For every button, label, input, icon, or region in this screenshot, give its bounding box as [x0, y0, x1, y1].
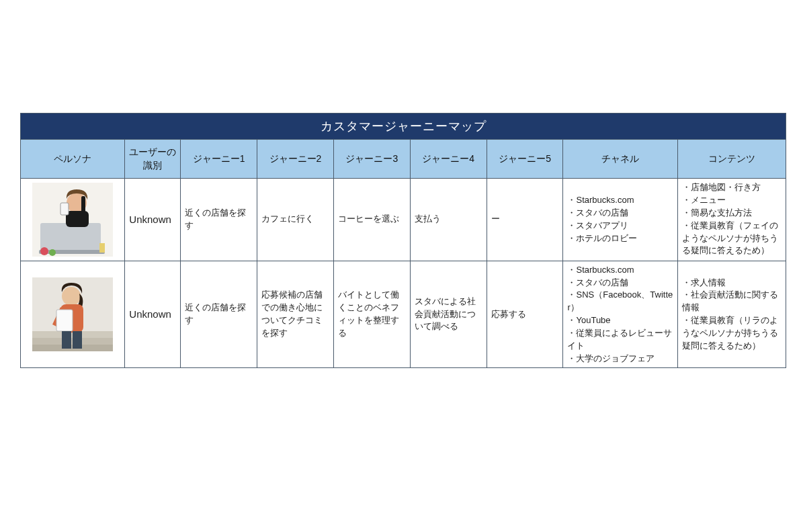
channel-cell: ・Starbucks.com ・スタバの店舗 ・スタバアプリ ・ホテルのロビー [563, 178, 678, 261]
journey4-cell: スタバによる社会貢献活動について調べる [410, 261, 487, 368]
persona-woman-phone-laptop-icon [32, 183, 113, 257]
journey5-cell: ー [487, 178, 563, 261]
svg-rect-17 [62, 331, 71, 349]
col-contents: コンテンツ [678, 140, 786, 179]
col-journey1: ジャーニー1 [181, 140, 257, 179]
persona-student-steps-icon [32, 277, 113, 351]
svg-rect-16 [56, 310, 73, 331]
col-persona: ペルソナ [21, 140, 125, 179]
svg-rect-6 [60, 203, 69, 215]
contents-cell: ・求人情報 ・社会貢献活動に関する情報 ・従業員教育（リラのようなペルソナが持ち… [678, 261, 786, 368]
journey5-cell: 応募する [487, 261, 563, 368]
header-row: ペルソナ ユーザーの識別 ジャーニー1 ジャーニー2 ジャーニー3 ジャーニー4… [21, 140, 786, 179]
table-title: カスタマージャーニーマップ [21, 114, 786, 140]
svg-rect-4 [66, 211, 89, 227]
svg-point-8 [49, 249, 56, 256]
svg-rect-18 [73, 331, 82, 349]
svg-rect-1 [40, 223, 101, 253]
journey2-cell: カフェに行く [257, 178, 333, 261]
user-identity-cell: Unknown [125, 178, 181, 261]
customer-journey-table: カスタマージャーニーマップ ペルソナ ユーザーの識別 ジャーニー1 ジャーニー2… [20, 113, 786, 368]
contents-cell: ・店舗地図・行き方 ・メニュー ・簡易な支払方法 ・従業員教育（フェイのようなペ… [678, 178, 786, 261]
col-journey4: ジャーニー4 [410, 140, 487, 179]
journey3-cell: コーヒーを選ぶ [333, 178, 410, 261]
persona-cell [21, 178, 125, 261]
svg-point-7 [40, 247, 48, 255]
journey3-cell: バイトとして働くことのベネフィットを整理する [333, 261, 410, 368]
persona-cell [21, 261, 125, 368]
journey4-cell: 支払う [410, 178, 487, 261]
channel-cell: ・Starbucks.com ・スタバの店舗 ・SNS（Facebook、Twi… [563, 261, 678, 368]
col-journey3: ジャーニー3 [333, 140, 410, 179]
col-journey5: ジャーニー5 [487, 140, 563, 179]
table-row: Unknown 近くの店舗を探す 応募候補の店舗での働き心地についてクチコミを探… [21, 261, 786, 368]
journey1-cell: 近くの店舗を探す [181, 178, 257, 261]
journey2-cell: 応募候補の店舗での働き心地についてクチコミを探す [257, 261, 333, 368]
user-identity-cell: Unknown [125, 261, 181, 368]
col-channel: チャネル [563, 140, 678, 179]
table-row: Unknown 近くの店舗を探す カフェに行く コーヒーを選ぶ 支払う ー ・S… [21, 178, 786, 261]
journey1-cell: 近くの店舗を探す [181, 261, 257, 368]
col-journey2: ジャーニー2 [257, 140, 333, 179]
col-user-identity: ユーザーの識別 [125, 140, 181, 179]
svg-rect-2 [39, 250, 105, 254]
svg-rect-9 [99, 243, 105, 253]
svg-point-14 [62, 287, 81, 306]
svg-rect-5 [81, 196, 85, 212]
